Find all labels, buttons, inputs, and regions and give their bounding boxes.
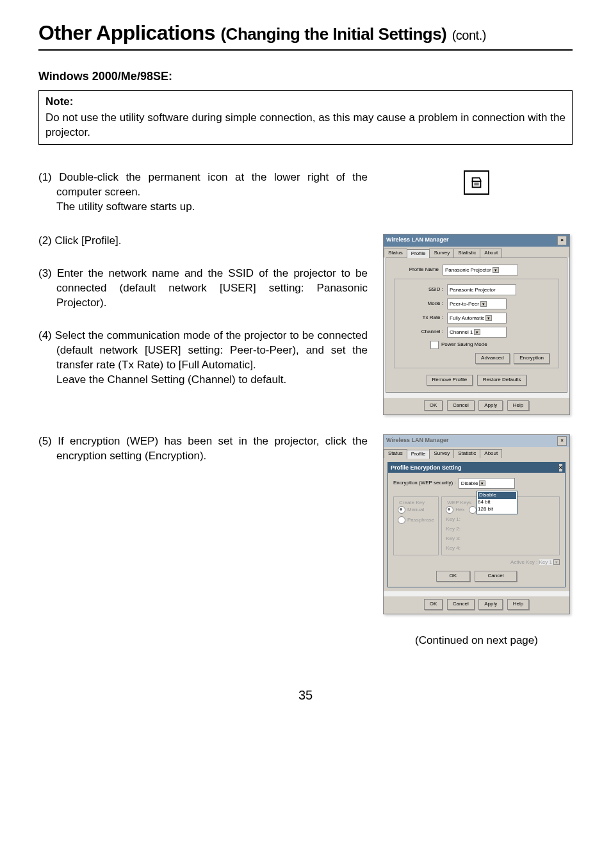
channel-label: Channel : [398, 329, 447, 336]
encryption-label: Encryption (WEP security) : [393, 480, 459, 487]
step-5: (5) If encryption (WEP) has been set in … [38, 434, 368, 464]
hex-label: Hex [455, 507, 464, 513]
os-heading: Windows 2000/Me/98SE: [38, 69, 573, 84]
help-button[interactable]: Help [507, 599, 529, 610]
channel-select[interactable]: Channel 1 [447, 327, 507, 338]
encryption-button[interactable]: Encryption [514, 353, 550, 364]
note-text: Do not use the utility software during s… [45, 111, 566, 138]
cancel-button[interactable]: Cancel [447, 599, 475, 610]
ok-button[interactable]: OK [424, 400, 443, 411]
manual-radio[interactable] [398, 506, 405, 514]
mode-label: Mode : [398, 300, 447, 307]
tab-statistic[interactable]: Statistic [453, 249, 480, 258]
cancel-button[interactable]: Cancel [447, 400, 475, 411]
key4-label: Key 4: [446, 545, 460, 551]
close-icon[interactable]: × [557, 236, 567, 245]
mode-select[interactable]: Peer-to-Peer [447, 299, 507, 309]
tab-status[interactable]: Status [384, 449, 407, 458]
key3-label: Key 3: [446, 536, 460, 541]
inner-cancel-button[interactable]: Cancel [475, 571, 517, 582]
key1-label: Key 1: [446, 516, 460, 522]
title-main: Other Applications [38, 21, 215, 44]
step-1-line2: The utility software starts up. [38, 200, 368, 215]
passphrase-radio[interactable] [398, 516, 405, 524]
enc-option-128bit[interactable]: 128 bit [478, 506, 516, 513]
close-icon[interactable]: × [559, 464, 562, 471]
profile-name-label: Profile Name [394, 266, 443, 274]
note-label: Note: [45, 95, 566, 110]
wep-keys-group: WEP Keys [446, 500, 473, 507]
enc-option-disable[interactable]: Disable [478, 492, 516, 499]
inner-title: Profile Encryption Setting [391, 464, 462, 471]
encryption-dialog-parent: Wireless LAN Manager × Status Profile Su… [383, 434, 570, 614]
passphrase-label: Passphrase [407, 518, 434, 523]
step-2: (2) Click [Profile]. [38, 234, 368, 249]
restore-defaults-button[interactable]: Restore Defaults [477, 375, 527, 386]
tab-about[interactable]: About [480, 449, 502, 458]
encryption-select[interactable]: Disable [459, 478, 515, 489]
profile-name-select[interactable]: Panasonic Projector [443, 265, 518, 275]
tab-survey[interactable]: Survey [429, 449, 454, 458]
title-cont: (cont.) [452, 28, 486, 42]
ssid-label: SSID : [398, 286, 447, 293]
continued-text: (Continued on next page) [380, 634, 573, 648]
help-button[interactable]: Help [507, 400, 529, 411]
step-1-line1: (1) Double-click the permanent icon at t… [38, 170, 368, 200]
wireless-lan-manager-dialog: Wireless LAN Manager × Status Profile Su… [383, 234, 570, 415]
page-number: 35 [38, 687, 573, 704]
tab-profile[interactable]: Profile [407, 450, 430, 459]
tab-status[interactable]: Status [384, 249, 407, 258]
ascii-radio[interactable] [469, 506, 477, 514]
manual-label: Manual [407, 507, 424, 513]
ssid-field[interactable]: Panasonic Projector [447, 284, 516, 295]
power-saving-checkbox[interactable] [430, 341, 439, 349]
dialog1-title: Wireless LAN Manager [386, 236, 448, 245]
apply-button[interactable]: Apply [478, 400, 503, 411]
step-4-line2: Leave the Channel Setting (Channel) to d… [38, 373, 368, 388]
page-title: Other Applications (Changing the Initial… [38, 19, 573, 51]
dialog2-title: Wireless LAN Manager [386, 436, 448, 446]
key2-label: Key 2: [446, 526, 460, 532]
remove-profile-button[interactable]: Remove Profile [427, 375, 473, 386]
inner-ok-button[interactable]: OK [436, 571, 471, 582]
txrate-select[interactable]: Fully Automatic [447, 313, 507, 323]
tab-about[interactable]: About [480, 249, 502, 258]
tab-statistic[interactable]: Statistic [453, 449, 480, 458]
profile-encryption-setting-dialog: Profile Encryption Setting × Encryption … [387, 462, 566, 587]
step-4-line1: (4) Select the communication mode of the… [38, 329, 368, 373]
tab-profile[interactable]: Profile [407, 249, 430, 258]
apply-button[interactable]: Apply [478, 599, 503, 610]
create-key-group: Create Key [398, 500, 426, 507]
active-key-select[interactable]: Key 1 [539, 559, 560, 565]
active-key-label: Active Key : [510, 559, 537, 565]
enc-option-64bit[interactable]: 64 bit [478, 499, 516, 506]
advanced-button[interactable]: Advanced [475, 353, 510, 364]
tray-icon [464, 170, 489, 195]
projector-icon [469, 175, 484, 190]
title-sub: (Changing the Initial Settings) [220, 24, 446, 44]
step-3: (3) Enter the network name and the SSID … [38, 266, 368, 311]
note-box: Note: Do not use the utility software du… [38, 90, 573, 145]
power-saving-label: Power Saving Mode [441, 341, 487, 348]
hex-radio[interactable] [446, 506, 453, 514]
tab-survey[interactable]: Survey [429, 249, 454, 258]
ok-button[interactable]: OK [424, 599, 443, 610]
txrate-label: Tx Rate : [398, 315, 447, 322]
close-icon[interactable]: × [557, 436, 567, 446]
